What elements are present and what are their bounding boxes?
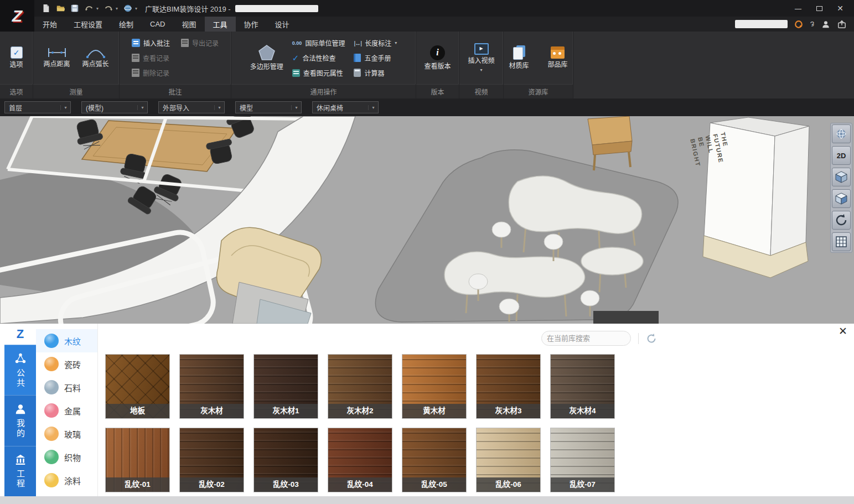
redo-icon[interactable]	[103, 4, 113, 13]
material-name: 乱纹-03	[254, 477, 318, 492]
quickbar-caret-icon[interactable]: ▾	[135, 6, 137, 11]
tab-工程设置[interactable]: 工程设置	[65, 17, 111, 32]
calculator-button[interactable]: 计算器	[354, 65, 397, 80]
building-icon	[14, 453, 27, 465]
tab-协作[interactable]: 协作	[236, 17, 267, 32]
bottom-scrollbar[interactable]	[0, 496, 854, 504]
length-dimension-button[interactable]: |↔| 长度标注 ▾	[354, 35, 397, 50]
open-file-icon[interactable]	[55, 4, 65, 13]
material-item[interactable]: 乱纹-04	[328, 428, 392, 492]
sidebar-section-public[interactable]: 公共	[4, 345, 36, 395]
insert-annotation-button[interactable]: 插入批注	[132, 35, 170, 50]
sidebar-section-mine[interactable]: 我的	[4, 395, 36, 445]
help-button[interactable]: ?▾	[810, 20, 814, 28]
category-涂料[interactable]: 涂料	[36, 469, 97, 492]
view-version-button[interactable]: 查看版本	[421, 45, 454, 71]
material-name: 乱纹-07	[551, 477, 614, 492]
two-point-arc-button[interactable]: 两点弧长	[79, 47, 112, 69]
tab-视图[interactable]: 视图	[174, 17, 205, 32]
material-item[interactable]: 乱纹-06	[476, 428, 541, 492]
orbit-view-button[interactable]	[832, 124, 851, 143]
view-2d-button[interactable]: 2D	[832, 146, 851, 165]
polygon-manager-button[interactable]: 多边形管理	[250, 44, 283, 71]
export-records-button[interactable]: 导出记录	[181, 35, 219, 50]
view-grid-button[interactable]	[832, 232, 851, 251]
axonometric-view-button[interactable]	[832, 189, 851, 208]
user-profile-icon[interactable]	[821, 19, 830, 29]
category-label: 瓷砖	[64, 358, 81, 370]
material-item[interactable]: 灰木材	[179, 354, 244, 419]
hardware-manual-button[interactable]: 五金手册	[354, 50, 397, 65]
material-item[interactable]: 乱纹-02	[179, 428, 244, 492]
context-dropdown-1[interactable]: (模型)▾	[81, 101, 148, 113]
refresh-icon[interactable]	[646, 333, 657, 344]
viewport-3d[interactable]: THE FUTURE WILL BE BRIGHT 2D	[0, 116, 854, 324]
material-item[interactable]: 乱纹-05	[402, 428, 467, 492]
delete-records-label: 删除记录	[143, 68, 169, 77]
tab-设计[interactable]: 设计	[267, 17, 298, 32]
two-point-distance-button[interactable]: 两点距离	[40, 47, 74, 69]
category-织物[interactable]: 织物	[36, 445, 97, 469]
tab-绘制[interactable]: 绘制	[111, 17, 142, 32]
panel-close-button[interactable]	[836, 324, 850, 337]
context-dropdown-4[interactable]: 休闲桌椅▾	[312, 101, 379, 113]
material-item[interactable]: 灰木材2	[328, 354, 392, 419]
isometric-view-button[interactable]	[832, 168, 851, 186]
delete-records-button[interactable]: 删除记录	[132, 65, 170, 80]
view-records-button[interactable]: 查看记录	[132, 50, 170, 65]
context-dropdown-0[interactable]: 首层▾	[4, 101, 71, 113]
material-name: 灰木材	[180, 404, 244, 418]
category-瓷砖[interactable]: 瓷砖	[36, 352, 97, 376]
component-library-button[interactable]: 部品库	[541, 46, 574, 69]
polygon-manager-label: 多边形管理	[250, 64, 283, 71]
sidebar-section-project[interactable]: 工程	[4, 446, 36, 496]
material-library-button[interactable]: 材质库	[503, 45, 536, 70]
material-item[interactable]: 地板	[105, 354, 170, 419]
unit-manager-label: 国际单位管理	[305, 38, 345, 48]
category-金属[interactable]: 金属	[36, 399, 97, 422]
maximize-button[interactable]	[809, 1, 830, 15]
undo-caret-icon[interactable]: ▾	[96, 6, 99, 11]
window-title: 广联达BIM装饰设计 2019 -	[145, 3, 231, 14]
material-item[interactable]: 灰木材4	[550, 354, 615, 419]
save-icon[interactable]	[70, 4, 79, 13]
tab-开始[interactable]: 开始	[34, 17, 65, 32]
search-input[interactable]	[547, 334, 644, 342]
tab-CAD[interactable]: CAD	[142, 17, 173, 32]
material-item[interactable]: 乱纹-03	[253, 428, 318, 492]
category-label: 涂料	[64, 475, 81, 486]
material-item[interactable]: 乱纹-01	[105, 428, 170, 492]
unit-manager-button[interactable]: 0.00 国际单位管理	[292, 35, 345, 50]
video-icon	[474, 43, 489, 55]
support-headset-icon[interactable]	[794, 19, 804, 29]
material-item[interactable]: 灰木材3	[476, 354, 541, 419]
close-button[interactable]	[830, 1, 851, 15]
material-item[interactable]: 黄木材	[402, 354, 467, 419]
sync-orb-icon[interactable]	[123, 4, 132, 13]
category-木纹[interactable]: 木纹	[36, 329, 97, 352]
material-item[interactable]: 灰木材1	[253, 354, 318, 419]
rotate-view-button[interactable]	[832, 211, 851, 230]
context-dropdown-2[interactable]: 外部导入▾	[158, 101, 225, 113]
context-dropdown-3[interactable]: 模型▾	[235, 101, 302, 113]
material-library-panel: Z 公共 我的 工程 木纹瓷砖石料金属玻璃织物涂料	[0, 324, 854, 496]
undo-icon[interactable]	[84, 4, 94, 13]
redacted-account-info	[735, 20, 788, 28]
material-item[interactable]: 乱纹-07	[550, 428, 615, 492]
category-玻璃[interactable]: 玻璃	[36, 422, 97, 445]
library-main: 地板灰木材灰木材1灰木材2黄木材灰木材3灰木材4乱纹-01乱纹-02乱纹-03乱…	[98, 324, 678, 496]
minimize-button[interactable]	[788, 1, 809, 15]
category-石料[interactable]: 石料	[36, 376, 97, 399]
insert-video-button[interactable]: 插入视频 ▾	[465, 43, 498, 73]
validity-check-button[interactable]: ✓ 合法性检查	[292, 50, 345, 65]
sidebar-section-label: 我的	[14, 419, 26, 439]
new-file-icon[interactable]	[41, 4, 50, 13]
app-logo[interactable]: Z	[0, 0, 34, 32]
options-button[interactable]: 选项	[0, 46, 33, 69]
tab-工具[interactable]: 工具	[205, 17, 236, 32]
upload-share-icon[interactable]	[837, 19, 846, 29]
material-name: 灰木材4	[551, 404, 614, 418]
redo-caret-icon[interactable]: ▾	[116, 6, 118, 11]
element-properties-button[interactable]: 查看图元属性	[292, 65, 345, 80]
person-icon	[14, 403, 27, 415]
